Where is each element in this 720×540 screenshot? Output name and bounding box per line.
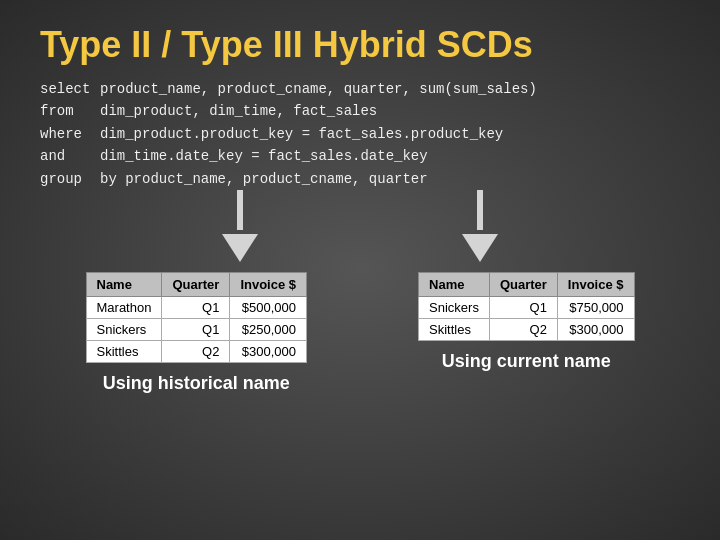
code-line-3: dim_product.product_key = fact_sales.pro… [100,123,503,145]
left-col-invoice: Invoice $ [230,272,307,296]
right-table: Name Quarter Invoice $ SnickersQ1$750,00… [418,272,634,341]
code-block: select product_name, product_cname, quar… [0,78,720,190]
keyword-select: select [40,78,100,100]
keyword-and: and [40,145,100,167]
left-col-name: Name [86,272,162,296]
right-table-caption: Using current name [442,351,611,372]
left-table-group: Name Quarter Invoice $ MarathonQ1$500,00… [86,272,308,394]
code-line-2: dim_product, dim_time, fact_sales [100,100,377,122]
arrow-left [222,190,258,262]
tables-section: Name Quarter Invoice $ MarathonQ1$500,00… [0,272,720,394]
keyword-where: where [40,123,100,145]
keyword-group: group [40,168,100,190]
table-row: SkittlesQ2$300,000 [86,340,307,362]
right-col-invoice: Invoice $ [557,272,634,296]
title: Type II / Type III Hybrid SCDs [0,0,720,78]
code-line-1: product_name, product_cname, quarter, su… [100,78,537,100]
code-line-5: by product_name, product_cname, quarter [100,168,428,190]
keyword-from: from [40,100,100,122]
table-row: MarathonQ1$500,000 [86,296,307,318]
table-row: SnickersQ1$250,000 [86,318,307,340]
right-table-group: Name Quarter Invoice $ SnickersQ1$750,00… [418,272,634,394]
left-col-quarter: Quarter [162,272,230,296]
right-col-quarter: Quarter [489,272,557,296]
right-col-name: Name [419,272,490,296]
table-row: SnickersQ1$750,000 [419,296,634,318]
table-row: SkittlesQ2$300,000 [419,318,634,340]
arrow-right [462,190,498,262]
left-table: Name Quarter Invoice $ MarathonQ1$500,00… [86,272,308,363]
code-line-4: dim_time.date_key = fact_sales.date_key [100,145,428,167]
left-table-caption: Using historical name [103,373,290,394]
